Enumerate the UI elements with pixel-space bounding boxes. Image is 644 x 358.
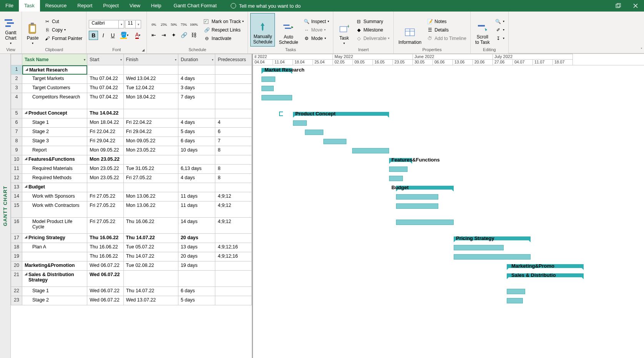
cell-finish[interactable]: Mon 23.05.22 (124, 146, 178, 155)
table-row[interactable]: 18Plan AThu 16.06.22Tue 05.07.2213 days4… (11, 243, 252, 252)
cell-predecessors[interactable] (215, 65, 252, 75)
gantt-chart-button[interactable]: Gantt Chart ▾ (2, 13, 19, 47)
table-row[interactable]: 8Stage 3Fri 29.04.22Mon 09.05.226 days7 (11, 137, 252, 146)
table-row[interactable]: 2Target MarketsThu 07.04.22Wed 13.04.224… (11, 75, 252, 84)
indent-button[interactable]: ⇥ (159, 31, 168, 40)
tab-project[interactable]: Project (98, 0, 124, 12)
task-bar[interactable] (261, 77, 275, 82)
table-row[interactable]: 22Stage 1Wed 06.07.22Thu 14.07.226 days (11, 287, 252, 296)
tab-resource[interactable]: Resource (40, 0, 72, 12)
row-number[interactable]: 20 (11, 261, 22, 271)
cell-predecessors[interactable] (215, 155, 252, 165)
cell-finish[interactable]: Tue 02.08.22 (124, 261, 178, 271)
notes-button[interactable]: 📝Notes (425, 17, 468, 26)
task-bar[interactable] (454, 254, 531, 260)
indent-25-button[interactable]: 25% (159, 20, 168, 29)
copy-button[interactable]: ⎘Copy ▾ (43, 26, 84, 34)
tab-task[interactable]: Task (19, 0, 40, 12)
select-all-corner[interactable] (11, 54, 22, 65)
cell-task-name[interactable]: Stage 2 (22, 296, 87, 305)
cell-duration[interactable]: 6 days (178, 287, 216, 296)
cell-task-name[interactable]: Report (22, 146, 87, 155)
expand-toggle-icon[interactable]: ◢ (25, 184, 27, 188)
cell-start[interactable]: Thu 07.04.22 (87, 84, 124, 93)
row-number[interactable]: 4 (11, 93, 22, 109)
cell-finish[interactable]: Fri 27.05.22 (124, 174, 178, 183)
cell-task-name[interactable]: Stage 3 (22, 137, 87, 146)
cell-predecessors[interactable]: 6 (215, 128, 252, 137)
table-row[interactable]: 11Required MaterialsMon 23.05.22Tue 31.0… (11, 165, 252, 174)
cell-task-name[interactable]: Required Methods (22, 174, 87, 183)
fill-button[interactable]: ↧▾ (494, 34, 506, 43)
font-color-button[interactable]: A▾ (131, 31, 144, 40)
cell-duration[interactable] (178, 183, 216, 192)
cell-finish[interactable] (124, 271, 178, 287)
cell-duration[interactable]: 5 days (178, 296, 216, 305)
fill-color-button[interactable]: 🪣▾ (118, 31, 131, 40)
indent-75-button[interactable]: 75% (179, 20, 188, 29)
row-number[interactable]: 8 (11, 137, 22, 146)
cell-task-name[interactable]: ◢Budget (22, 183, 87, 192)
mark-on-track-button[interactable]: Mark on Track ▾ (202, 17, 245, 26)
cell-finish[interactable]: Fri 29.04.22 (124, 128, 178, 137)
table-row[interactable]: 13◢Budget (11, 183, 252, 192)
table-row[interactable]: 21◢Sales & Distribution StrategyWed 06.0… (11, 271, 252, 287)
cell-finish[interactable]: Tue 12.04.22 (124, 84, 178, 93)
row-number[interactable]: 10 (11, 155, 22, 165)
table-row[interactable]: 15Work with ContractorsFri 27.05.22Mon 1… (11, 201, 252, 218)
cell-task-name[interactable]: ◢Market Research (22, 65, 87, 75)
cell-finish[interactable] (124, 155, 178, 165)
inactivate-button[interactable]: ⊖Inactivate (202, 34, 245, 43)
cell-start[interactable]: Fri 22.04.22 (87, 128, 124, 137)
cell-predecessors[interactable] (215, 287, 252, 296)
cell-finish[interactable]: Mon 09.05.22 (124, 137, 178, 146)
row-number[interactable]: 11 (11, 165, 22, 174)
cell-start[interactable] (87, 183, 124, 192)
gantt-body[interactable]: Market ResearchProduct ConceptFeatures&F… (253, 65, 644, 305)
outdent-button[interactable]: ⇤ (149, 31, 158, 40)
details-button[interactable]: ☰Details (425, 26, 468, 34)
cell-finish[interactable]: Tue 05.07.22 (124, 243, 178, 252)
cell-start[interactable]: Fri 27.05.22 (87, 192, 124, 201)
bold-button[interactable]: B (89, 31, 98, 40)
paste-button[interactable]: Paste ▾ (24, 13, 41, 47)
cell-finish[interactable]: Mon 13.06.22 (124, 192, 178, 201)
cell-task-name[interactable]: ◢Pricing Strategy (22, 234, 87, 243)
cell-task-name[interactable]: ◢Product Concept (22, 109, 87, 118)
cell-finish[interactable] (124, 65, 178, 75)
cell-start[interactable]: Mon 23.05.22 (87, 174, 124, 183)
cell-start[interactable]: Wed 06.07.22 (87, 271, 124, 287)
information-button[interactable]: Information (396, 13, 424, 47)
cell-task-name[interactable]: Required Materials (22, 165, 87, 174)
expand-toggle-icon[interactable]: ◢ (25, 157, 27, 160)
cell-task-name[interactable]: Plan A (22, 243, 87, 252)
restore-button[interactable] (609, 0, 627, 12)
cell-predecessors[interactable]: 4;9;12;16 (215, 252, 252, 261)
cell-finish[interactable]: Tue 31.05.22 (124, 165, 178, 174)
cell-finish[interactable]: Thu 16.06.22 (124, 218, 178, 234)
cell-task-name[interactable]: Work with Contractors (22, 201, 87, 218)
cell-task-name[interactable] (22, 252, 87, 261)
row-number[interactable]: 14 (11, 192, 22, 201)
table-row[interactable]: 6Stage 1Mon 18.04.22Fri 22.04.224 days4 (11, 118, 252, 128)
cell-predecessors[interactable]: 4;9;12 (215, 201, 252, 218)
task-bar[interactable] (323, 139, 346, 144)
row-number[interactable]: 23 (11, 296, 22, 305)
row-number[interactable]: 16 (11, 218, 22, 234)
cell-finish[interactable]: Wed 13.04.22 (124, 75, 178, 84)
task-bar[interactable] (389, 167, 408, 172)
cell-task-name[interactable]: Marketing&Promotion (22, 261, 87, 271)
cut-button[interactable]: ✂Cut (43, 17, 84, 26)
cell-duration[interactable]: 4 days (178, 174, 216, 183)
clear-button[interactable]: ✐▾ (494, 26, 506, 34)
cell-predecessors[interactable] (215, 75, 252, 84)
col-task-name[interactable]: Task Name▾ (22, 54, 87, 65)
cell-predecessors[interactable] (215, 234, 252, 243)
manually-schedule-button[interactable]: Manually Schedule (250, 13, 275, 47)
cell-finish[interactable]: Thu 14.07.22 (124, 287, 178, 296)
table-row[interactable]: 14Work with SponsorsFri 27.05.22Mon 13.0… (11, 192, 252, 201)
cell-task-name[interactable]: ◢Features&Functions (22, 155, 87, 165)
cell-predecessors[interactable]: 7 (215, 137, 252, 146)
row-number[interactable]: 1 (11, 65, 22, 75)
cell-duration[interactable]: 3 days (178, 84, 216, 93)
